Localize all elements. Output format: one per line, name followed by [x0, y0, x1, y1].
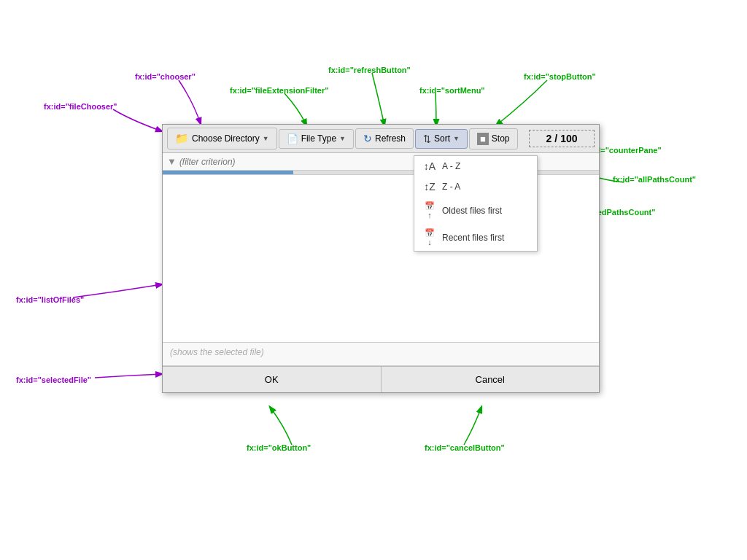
sort-az-label: A - Z — [442, 161, 460, 171]
annotation-fileChooser: fx:id="fileChooser" — [44, 102, 117, 111]
annotation-sortMenu: fx:id="sortMenu" — [419, 86, 485, 95]
sort-oldest-label: Oldest files first — [442, 206, 502, 216]
filtered-count: 2 — [546, 133, 551, 144]
annotation-stopButton: fx:id="stopButton" — [524, 72, 596, 81]
refresh-button[interactable]: ↻ Refresh — [355, 128, 414, 149]
sort-az-icon: ↕A — [423, 160, 436, 172]
file-type-dropdown-icon: ▼ — [339, 135, 346, 142]
annotation-listOfFiles: fx:id="listOfFiles" — [16, 295, 84, 304]
sort-za-label: Z - A — [442, 182, 460, 192]
choose-directory-dropdown-icon: ▼ — [263, 135, 269, 142]
toolbar: 📁 Choose Directory ▼ 📄 File Type ▼ ↻ Ref… — [163, 125, 599, 153]
sort-recent-item[interactable]: 📅↓ Recent files first — [414, 224, 537, 251]
counter-pane: 2 / 100 — [529, 130, 595, 147]
sort-dropdown-menu: ↕A A - Z ↕Z Z - A 📅↑ Oldest files first … — [414, 155, 538, 252]
annotation-okButton: fx:id="okButton" — [247, 443, 311, 452]
annotation-cancelButton: fx:id="cancelButton" — [425, 443, 505, 452]
refresh-label: Refresh — [375, 133, 406, 144]
sort-oldest-icon: 📅↑ — [423, 201, 436, 219]
cancel-button[interactable]: Cancel — [382, 366, 600, 392]
sort-icon: ⇅ — [423, 133, 431, 144]
annotation-chooser: fx:id="chooser" — [135, 72, 196, 81]
file-icon: 📄 — [287, 133, 298, 144]
refresh-icon: ↻ — [363, 133, 372, 144]
choose-directory-label: Choose Directory — [192, 133, 260, 144]
filter-icon: ▼ — [167, 156, 177, 167]
annotation-fileExtensionFilter: fx:id="fileExtensionFilter" — [230, 86, 328, 95]
annotation-allPathsCount: fx:id="allPathsCount" — [613, 175, 696, 184]
sort-label: Sort — [434, 133, 450, 144]
ok-button[interactable]: OK — [163, 366, 382, 392]
sort-button[interactable]: ⇅ Sort ▼ — [415, 129, 468, 149]
sort-recent-label: Recent files first — [442, 233, 504, 243]
choose-directory-button[interactable]: 📁 Choose Directory ▼ — [167, 128, 277, 149]
annotation-selectedFile: fx:id="selectedFile" — [16, 376, 91, 384]
counter-separator: / — [554, 133, 557, 144]
selected-file: (shows the selected file) — [163, 343, 599, 366]
stop-label: Stop — [492, 133, 510, 144]
file-type-label: File Type — [301, 133, 336, 144]
sort-oldest-item[interactable]: 📅↑ Oldest files first — [414, 197, 537, 224]
sort-az-item[interactable]: ↕A A - Z — [414, 156, 537, 176]
stop-icon: ■ — [477, 133, 489, 145]
stop-button[interactable]: ■ Stop — [469, 128, 518, 149]
annotation-refreshButton: fx:id="refreshButton" — [328, 66, 411, 74]
button-row: OK Cancel — [163, 366, 599, 392]
total-count: 100 — [560, 133, 577, 144]
sort-recent-icon: 📅↓ — [423, 228, 436, 246]
sort-za-item[interactable]: ↕Z Z - A — [414, 176, 537, 197]
file-type-button[interactable]: 📄 File Type ▼ — [279, 129, 354, 149]
sort-za-icon: ↕Z — [423, 181, 436, 192]
sort-dropdown-icon: ▼ — [453, 135, 460, 142]
folder-icon: 📁 — [175, 132, 189, 145]
